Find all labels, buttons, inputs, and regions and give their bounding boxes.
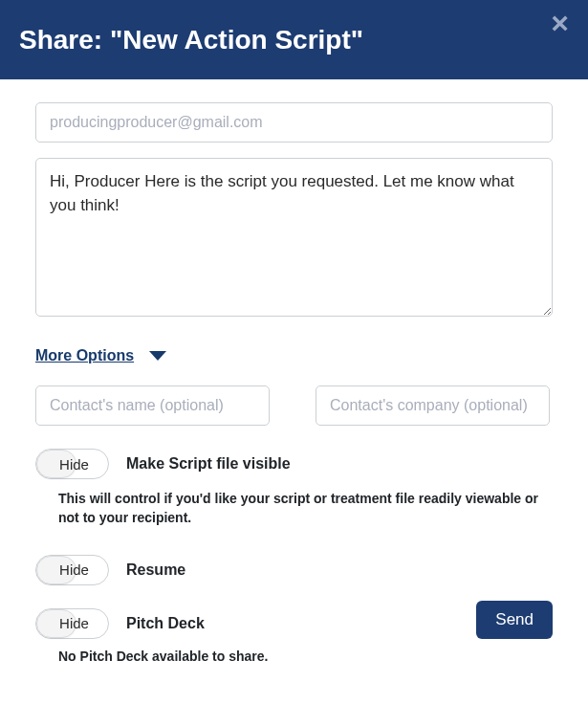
contact-name-input[interactable] bbox=[35, 385, 270, 426]
close-icon[interactable]: × bbox=[551, 8, 569, 38]
option-note-pitchdeck: No Pitch Deck available to share. bbox=[58, 649, 553, 664]
toggle-pitchdeck[interactable]: Hide bbox=[35, 608, 109, 639]
option-label-resume: Resume bbox=[126, 561, 185, 579]
toggle-label: Hide bbox=[36, 450, 108, 478]
option-label-script: Make Script file visible bbox=[126, 455, 291, 473]
message-textarea[interactable] bbox=[35, 158, 553, 317]
option-desc-script: This will control if you'd like your scr… bbox=[58, 489, 553, 528]
more-options-toggle[interactable]: More Options bbox=[35, 347, 166, 364]
chevron-down-icon bbox=[149, 351, 166, 361]
contact-company-input[interactable] bbox=[316, 385, 550, 426]
option-row-script: Hide Make Script file visible bbox=[35, 449, 553, 479]
modal-body: More Options Hide Make Script file visib… bbox=[0, 79, 588, 687]
toggle-resume[interactable]: Hide bbox=[35, 555, 109, 585]
toggle-label: Hide bbox=[36, 556, 108, 584]
toggle-label: Hide bbox=[36, 609, 108, 638]
option-row-resume: Hide Resume bbox=[35, 555, 553, 585]
toggle-script-visibility[interactable]: Hide bbox=[35, 449, 109, 479]
option-row-pitchdeck: Hide Pitch Deck bbox=[35, 608, 553, 639]
option-label-pitchdeck: Pitch Deck bbox=[126, 615, 205, 632]
modal-title: Share: "New Action Script" bbox=[19, 25, 363, 55]
email-input[interactable] bbox=[35, 102, 553, 143]
send-button[interactable]: Send bbox=[476, 601, 553, 639]
modal-header: Share: "New Action Script" × bbox=[0, 0, 588, 79]
more-options-label: More Options bbox=[35, 347, 134, 364]
